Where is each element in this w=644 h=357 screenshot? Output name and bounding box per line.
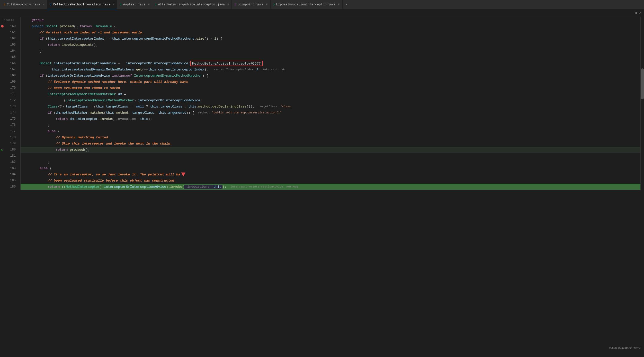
line-num-165: 165	[0, 54, 18, 60]
code-line-182: }	[21, 159, 640, 165]
code-line-162: if ( this . currentInterceptorIndex == t…	[21, 35, 640, 42]
line-num-179: 179	[0, 140, 18, 147]
tab-aoptest[interactable]: J AopTest.java ×	[117, 0, 152, 9]
line-num-176: 176	[0, 122, 18, 128]
debug-label-invocation: invocation:	[184, 185, 212, 189]
code-line-176: }	[21, 122, 640, 128]
editor-header: ⊞ ✓	[0, 9, 644, 17]
tab-icon-reflective: J	[50, 3, 51, 6]
annotation-arrow: ▼	[181, 171, 186, 178]
tab-label-joinpoint: Joinpoint.java	[238, 3, 264, 6]
debug-val-method: "public void com.aop.CarService.action()…	[212, 111, 282, 114]
line-num-174: 174	[0, 110, 18, 116]
debug-label-currentInterceptorIndex: currentInterceptorIndex:	[214, 68, 257, 71]
line-num-167: 167	[0, 66, 18, 73]
close-tab-afterreturning[interactable]: ×	[227, 3, 229, 6]
tab-icon-aoptest: J	[120, 3, 122, 6]
line-num-pre: @table	[0, 17, 18, 23]
tab-reflective[interactable]: J ReflectiveMethodInvocation.java ×	[47, 0, 117, 9]
line-num-162: 162	[0, 35, 18, 42]
line-num-160: 160	[0, 23, 18, 29]
code-line-183: else {	[21, 165, 640, 171]
code-line-header: @table	[21, 17, 640, 23]
tab-afterreturning[interactable]: J AfterReturningAdviceInterceptor.java ×	[152, 0, 232, 9]
watermark: ©CSDN @Java解析分析讨论	[609, 346, 641, 350]
line-num-166: 166	[0, 60, 18, 66]
code-line-170: // been evaluated and found to match.	[21, 85, 640, 91]
code-line-163: return invokeJoinpoint ();	[21, 42, 640, 48]
debug-label-method: method:	[198, 111, 212, 114]
code-line-178: // Dynamic matching failed.	[21, 134, 640, 140]
code-line-174: if ( dm . methodMatcher . matches ( this…	[21, 110, 640, 116]
line-num-164: 164	[0, 48, 18, 54]
code-line-179: // Skip this interceptor and invoke the …	[21, 140, 640, 147]
line-num-163: 163	[0, 42, 18, 48]
code-line-160: public Object proceed () throws Throwabl…	[21, 23, 640, 29]
code-line-167: this . interceptorsAndDynamicMethodMatch…	[21, 66, 640, 73]
close-tab-joinpoint[interactable]: ×	[266, 3, 267, 6]
debug-val-currentInterceptorIndex: 2	[257, 68, 258, 71]
code-line-173: Class <?> targetClass = ( this . targetC…	[21, 103, 640, 110]
tab-label-aoptest: AopTest.java	[123, 3, 145, 6]
line-num-186: 186	[0, 184, 18, 190]
close-tab-aoptest[interactable]: ×	[148, 3, 149, 6]
tab-icon-joinpoint: I	[234, 3, 236, 6]
tab-joinpoint[interactable]: I Joinpoint.java ×	[232, 0, 270, 9]
active-tab-indicator	[47, 9, 117, 9]
code-line-185: // been evaluated statically before this…	[21, 177, 640, 184]
debug-label-targetClass: targetClass:	[258, 105, 281, 108]
line-num-169: 169	[0, 79, 18, 85]
debug-arrow-180: ↻	[1, 148, 3, 152]
vertical-scrollbar[interactable]	[640, 17, 644, 190]
line-num-161: 161	[0, 29, 18, 35]
line-num-178: 178	[0, 134, 18, 140]
code-line-186: return (( MethodInterceptor ) intercepto…	[21, 184, 640, 190]
code-line-164: }	[21, 48, 640, 54]
code-line-181	[21, 153, 640, 159]
debug-label-interceptorOrInterceptionAdvice2: interceptorOrInterceptionAdvice: MethodB	[230, 185, 298, 188]
tab-label-reflective: ReflectiveMethodInvocation.java	[53, 3, 110, 6]
breakpoint-160[interactable]	[1, 25, 4, 28]
line-num-183: 183	[0, 165, 18, 171]
tab-label-exposeinvocation: ExposeInvocationInterceptor.java	[276, 3, 335, 6]
tab-label-cglib: CglibAopProxy.java	[7, 3, 40, 6]
close-tab-exposeinvocation[interactable]: ×	[338, 3, 340, 6]
code-line-171: InterceptorAndDynamicMethodMatcher dm =	[21, 91, 640, 97]
code-line-184: // It's an interceptor, so we just invok…	[21, 171, 640, 177]
code-line-177: else {	[21, 128, 640, 134]
debug-label-interceptorsA: interceptorsA	[263, 68, 285, 71]
close-tab-reflective[interactable]: ×	[113, 3, 114, 6]
code-line-175: return dm . interceptor . invoke ( invoc…	[21, 116, 640, 122]
debug-val-targetClass: "class	[281, 105, 291, 108]
scrollbar-thumb[interactable]	[641, 68, 644, 99]
code-line-180: return proceed ();	[21, 147, 640, 153]
line-num-185: 185	[0, 177, 18, 184]
more-tabs-button[interactable]: ⋮	[343, 2, 351, 7]
code-line-166: Object interceptorOrInterceptionAdvice =…	[21, 60, 640, 66]
line-num-172: 172	[0, 97, 18, 103]
line-num-173: 173	[0, 103, 18, 110]
line-number-gutter: @table 160 161 162 163 164 165 166	[0, 17, 21, 190]
tab-bar: J CglibAopProxy.java × J ReflectiveMetho…	[0, 0, 644, 9]
tab-label-afterreturning: AfterReturningAdviceInterceptor.java	[158, 3, 225, 6]
line-num-168: 168	[0, 73, 18, 79]
code-line-161: // We start with an index of -1 and incr…	[21, 29, 640, 35]
checkmark-icon[interactable]: ✓	[639, 11, 641, 15]
code-editor[interactable]: @table public Object proceed () throws T…	[21, 17, 640, 190]
debug-value-166: MethodBeforeAdviceInterceptor@2577	[190, 61, 263, 66]
tab-cglib[interactable]: J CglibAopProxy.java ×	[1, 0, 47, 9]
close-tab-cglib[interactable]: ×	[43, 3, 44, 6]
bookmarks-icon[interactable]: ⊞	[634, 11, 637, 15]
code-line-169: // Evaluate dynamic method matcher here:…	[21, 79, 640, 85]
tab-exposeinvocation[interactable]: J ExposeInvocationInterceptor.java ×	[271, 0, 343, 9]
line-num-170: 170	[0, 85, 18, 91]
tab-icon-afterreturning: J	[155, 3, 157, 6]
code-line-168: if ( interceptorOrInterceptionAdvice ins…	[21, 73, 640, 79]
tab-icon-exposeinvocation: J	[273, 3, 275, 6]
code-line-165	[21, 54, 640, 60]
line-num-184: 184	[0, 171, 18, 177]
code-line-172: ( InterceptorAndDynamicMethodMatcher ) i…	[21, 97, 640, 103]
line-num-180: ↻ 180	[0, 147, 18, 153]
tab-icon-cglib: J	[4, 3, 5, 6]
line-num-171: 171	[0, 91, 18, 97]
